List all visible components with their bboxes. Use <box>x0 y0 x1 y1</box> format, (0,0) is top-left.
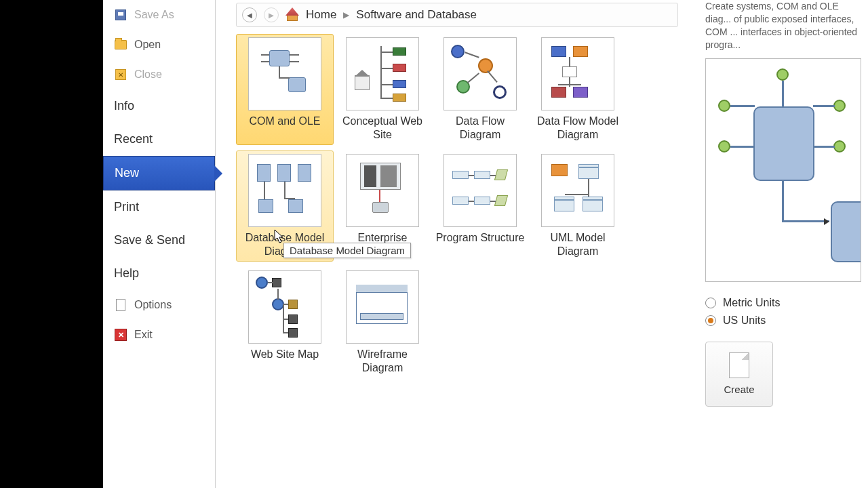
sidebar-label: Recent <box>114 132 153 146</box>
template-data-flow-model[interactable]: Data Flow Model Diagram <box>529 34 627 145</box>
home-icon[interactable] <box>285 9 299 21</box>
template-thumb <box>346 270 419 344</box>
details-panel: Create systems, COM and OLE diag... of p… <box>698 0 868 488</box>
template-thumb <box>541 37 614 110</box>
sidebar-label: New <box>115 166 139 180</box>
chevron-right-icon: ▶ <box>343 10 349 20</box>
template-web-site-map[interactable]: Web Site Map <box>236 267 334 378</box>
template-thumb <box>443 154 517 227</box>
template-grid: COM and OLE Conceptual Web Site <box>216 34 698 378</box>
sidebar-close: Close <box>103 60 215 89</box>
save-icon <box>114 8 127 22</box>
create-button[interactable]: Create <box>705 342 773 407</box>
template-preview <box>705 58 861 282</box>
nav-back-button[interactable]: ◄ <box>242 7 257 22</box>
template-label: UML Model Diagram <box>532 231 623 258</box>
radio-icon <box>705 298 716 308</box>
radio-label: Metric Units <box>723 297 780 309</box>
backstage-sidebar: Save As Open Close Info Recent New Print… <box>103 0 216 488</box>
template-label: Conceptual Web Site <box>337 115 428 142</box>
template-label: Data Flow Model Diagram <box>532 115 623 142</box>
radio-label: US Units <box>723 314 766 327</box>
sidebar-label: Options <box>134 299 172 311</box>
template-data-flow-diagram[interactable]: Data Flow Diagram <box>431 34 529 145</box>
main-panel: ◄ ► Home ▶ Software and Database COM and… <box>216 0 698 488</box>
sidebar-options[interactable]: Options <box>103 290 215 320</box>
breadcrumb-category[interactable]: Software and Database <box>356 8 477 22</box>
sidebar-label: Save As <box>134 9 174 21</box>
sidebar-save-send[interactable]: Save & Send <box>103 224 215 257</box>
sidebar-print[interactable]: Print <box>103 190 215 224</box>
radio-icon <box>705 315 716 326</box>
page-icon <box>729 352 749 378</box>
template-conceptual-web-site[interactable]: Conceptual Web Site <box>334 34 431 145</box>
folder-close-icon <box>114 68 127 81</box>
template-com-and-ole[interactable]: COM and OLE <box>236 34 334 145</box>
template-label: COM and OLE <box>250 115 321 128</box>
sidebar-label: Help <box>114 266 139 281</box>
sidebar-label: Close <box>134 68 162 81</box>
sidebar-help[interactable]: Help <box>103 257 215 290</box>
template-label: Program Structure <box>436 231 525 245</box>
template-label: Data Flow Diagram <box>435 115 526 142</box>
sidebar-label: Save & Send <box>114 233 185 247</box>
tooltip: Database Model Diagram <box>283 243 411 258</box>
units-us[interactable]: US Units <box>705 312 861 329</box>
sidebar-exit[interactable]: Exit <box>103 320 215 350</box>
template-label: Web Site Map <box>251 348 319 361</box>
breadcrumb-home[interactable]: Home <box>306 8 336 22</box>
template-thumb <box>346 37 419 110</box>
sidebar-info[interactable]: Info <box>103 89 215 123</box>
sidebar-label: Exit <box>134 329 153 341</box>
sidebar-label: Open <box>134 39 161 51</box>
template-thumb <box>248 270 321 344</box>
template-thumb <box>248 154 321 227</box>
create-label: Create <box>724 384 754 395</box>
folder-open-icon <box>114 38 127 52</box>
breadcrumb: ◄ ► Home ▶ Software and Database <box>236 3 678 27</box>
template-thumb <box>443 37 517 110</box>
nav-forward-button[interactable]: ► <box>264 7 279 22</box>
document-icon <box>114 298 127 312</box>
template-uml-model[interactable]: UML Model Diagram <box>529 150 627 262</box>
sidebar-open[interactable]: Open <box>103 30 215 60</box>
template-label: Wireframe Diagram <box>337 348 428 375</box>
sidebar-label: Info <box>114 99 134 113</box>
sidebar-label: Print <box>114 200 139 214</box>
units-metric[interactable]: Metric Units <box>705 294 861 312</box>
template-thumb <box>541 154 614 227</box>
sidebar-save-as: Save As <box>103 0 215 30</box>
template-wireframe-diagram[interactable]: Wireframe Diagram <box>334 267 431 378</box>
template-thumb <box>346 154 419 227</box>
exit-icon <box>114 328 127 342</box>
sidebar-new[interactable]: New <box>103 156 215 190</box>
template-thumb <box>248 37 321 110</box>
sidebar-recent[interactable]: Recent <box>103 123 215 156</box>
template-description: Create systems, COM and OLE diag... of p… <box>705 0 861 58</box>
template-program-structure[interactable]: Program Structure <box>431 150 529 262</box>
